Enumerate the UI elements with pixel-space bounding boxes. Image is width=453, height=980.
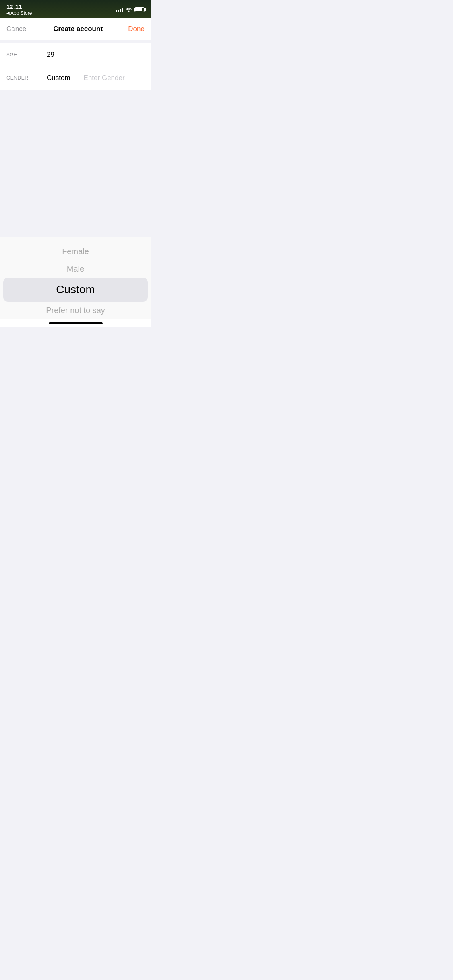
picker-option-female[interactable]: Female <box>0 243 151 260</box>
home-bar <box>49 322 103 324</box>
status-back[interactable]: ◀ App Store <box>6 10 32 16</box>
gender-row: GENDER Custom Enter Gender <box>0 66 151 90</box>
gender-left[interactable]: GENDER Custom <box>0 66 77 90</box>
gender-input-area[interactable]: Enter Gender <box>77 66 151 90</box>
nav-bar: Cancel Create account Done <box>0 18 151 40</box>
page-title: Create account <box>53 25 103 33</box>
picker-options: Female Male Custom Prefer not to say <box>0 237 151 319</box>
back-chevron-icon: ◀ <box>6 11 10 15</box>
status-left: 12:11 ◀ App Store <box>6 4 32 16</box>
picker-option-male[interactable]: Male <box>0 260 151 278</box>
status-icons <box>116 6 145 13</box>
picker-option-custom[interactable]: Custom <box>3 278 148 302</box>
status-bar: 12:11 ◀ App Store <box>0 0 151 18</box>
gender-placeholder: Enter Gender <box>84 74 125 82</box>
page-wrapper: 12:11 ◀ App Store <box>0 0 151 327</box>
content-area <box>0 90 151 237</box>
gender-value: Custom <box>47 74 70 82</box>
age-value: 29 <box>47 51 145 59</box>
wifi-icon <box>126 6 132 13</box>
picker-option-prefer-not[interactable]: Prefer not to say <box>0 302 151 319</box>
age-row: AGE 29 <box>0 43 151 66</box>
home-indicator <box>0 319 151 327</box>
status-time: 12:11 <box>6 4 32 10</box>
age-label: AGE <box>6 52 47 58</box>
cancel-button[interactable]: Cancel <box>6 25 28 33</box>
done-button[interactable]: Done <box>128 25 145 33</box>
battery-icon <box>134 7 145 12</box>
gender-label: GENDER <box>6 75 47 81</box>
back-label: App Store <box>10 10 32 16</box>
section-separator <box>0 40 151 43</box>
form-card: AGE 29 GENDER Custom Enter Gender <box>0 43 151 90</box>
signal-bars-icon <box>116 7 123 12</box>
picker-container[interactable]: Female Male Custom Prefer not to say <box>0 237 151 319</box>
